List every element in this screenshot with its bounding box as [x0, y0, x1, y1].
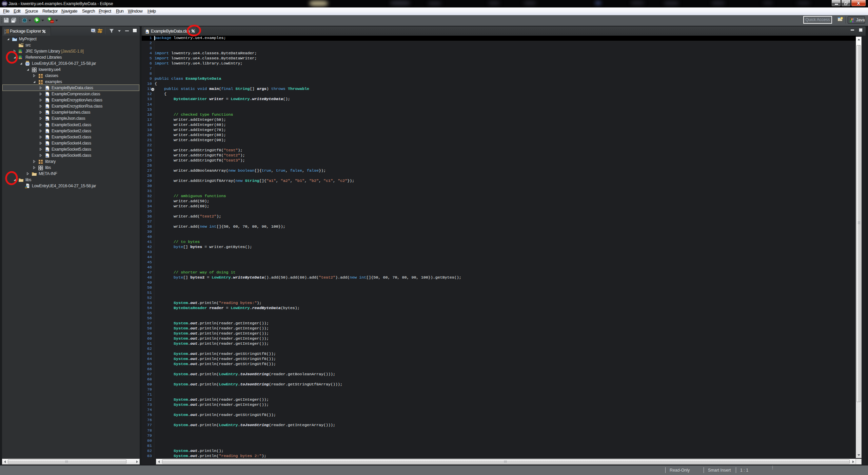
svg-text:010: 010	[146, 32, 148, 34]
